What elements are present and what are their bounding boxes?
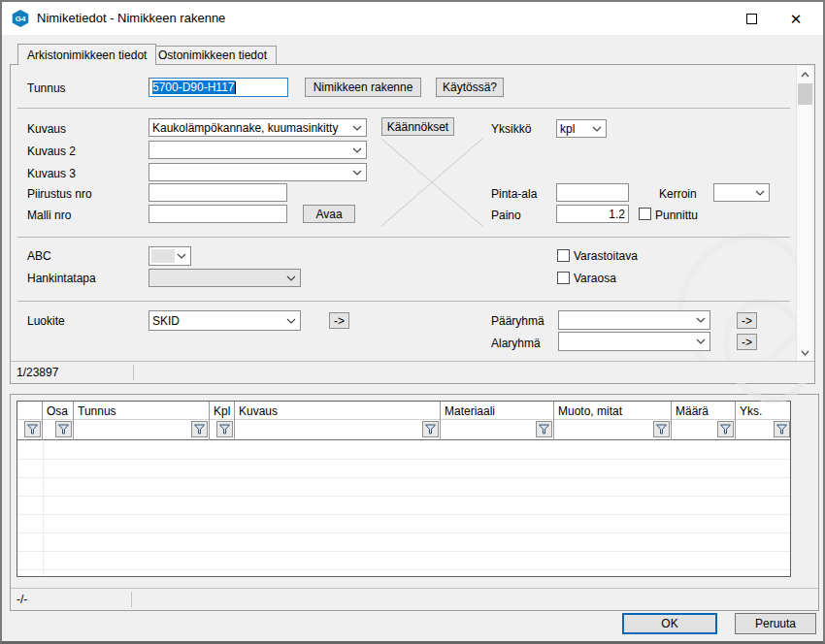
- hankintatapa-combobox[interactable]: [148, 269, 301, 287]
- maximize-icon: [746, 14, 757, 24]
- kuvaus2-label: Kuvaus 2: [27, 145, 76, 158]
- varastoitava-checkbox[interactable]: [557, 249, 570, 262]
- kaannokset-button[interactable]: Käännökset: [381, 117, 454, 136]
- alaryhma-combobox[interactable]: [558, 332, 710, 351]
- column-filter-cell[interactable]: [17, 420, 42, 439]
- column-filter-cell[interactable]: [672, 420, 735, 439]
- kuvaus2-combobox[interactable]: [148, 141, 367, 159]
- malli-nro-input[interactable]: [148, 205, 287, 223]
- filter-funnel-button[interactable]: [717, 421, 734, 437]
- chevron-down-icon: [801, 350, 809, 356]
- chevron-down-icon: [696, 317, 706, 324]
- column-filter-cell[interactable]: [235, 420, 440, 439]
- kuvaus-label: Kuvaus: [27, 122, 66, 136]
- separator: [17, 108, 790, 109]
- scrollbar-thumb[interactable]: [798, 83, 812, 105]
- column-header-label[interactable]: Tunnus: [74, 402, 209, 420]
- filter-funnel-button[interactable]: [653, 421, 670, 437]
- column-header-label[interactable]: Kuvaus: [235, 402, 440, 420]
- nimikkeen-rakenne-button[interactable]: Nimikkeen rakenne: [305, 78, 421, 97]
- hankintatapa-label: Hankintatapa: [27, 272, 96, 285]
- vertical-scrollbar[interactable]: [796, 66, 812, 361]
- alaryhma-arrow-button[interactable]: ->: [737, 334, 757, 350]
- yksikko-label: Yksikkö: [491, 122, 531, 136]
- paino-input[interactable]: 1.2: [556, 205, 629, 223]
- chevron-down-icon: [352, 170, 362, 177]
- abc-combobox[interactable]: [148, 246, 191, 266]
- column-header-label[interactable]: Kpl: [210, 402, 234, 420]
- column-header-label[interactable]: Osa: [43, 402, 73, 420]
- title-bar[interactable]: G4 Nimiketiedot - Nimikkeen rakenne ✕: [2, 2, 823, 35]
- varastoitava-label: Varastoitava: [574, 249, 638, 263]
- filter-funnel-button[interactable]: [24, 421, 41, 437]
- grid-empty-rows[interactable]: [17, 441, 790, 576]
- luokite-combobox[interactable]: SKID: [148, 310, 301, 331]
- tab-arkistonimikkeen-tiedot[interactable]: Arkistonimikkeen tiedot: [17, 44, 156, 65]
- window-title: Nimiketiedot - Nimikkeen rakenne: [37, 11, 225, 25]
- column-header-label[interactable]: Määrä: [672, 402, 735, 420]
- grid-header: OsaTunnusKplKuvausMateriaaliMuoto, mitat…: [17, 402, 790, 440]
- funnel-icon: [58, 424, 69, 435]
- column-header-label[interactable]: Yks.: [736, 402, 791, 420]
- column-filter-cell[interactable]: [74, 420, 209, 439]
- cancel-button[interactable]: Peruuta: [735, 613, 816, 634]
- filter-funnel-button[interactable]: [536, 421, 552, 437]
- funnel-icon: [656, 424, 667, 435]
- yksikko-combobox[interactable]: kpl: [556, 119, 607, 138]
- chevron-down-icon: [352, 147, 362, 154]
- paaryhma-arrow-button[interactable]: ->: [737, 312, 757, 329]
- kerroin-combobox[interactable]: [713, 183, 770, 202]
- kuvaus-combobox[interactable]: Kaukolämpökannake, kuumasinkitty: [148, 118, 367, 137]
- alaryhma-label: Alaryhmä: [491, 337, 541, 350]
- ok-button[interactable]: OK: [622, 613, 717, 634]
- column-filter-cell[interactable]: [441, 420, 553, 439]
- chevron-down-icon: [286, 318, 296, 325]
- close-button[interactable]: ✕: [780, 7, 811, 31]
- grid-column-tunnus: Tunnus: [74, 402, 210, 440]
- paaryhma-label: Pääryhmä: [491, 314, 544, 328]
- column-filter-cell[interactable]: [210, 420, 234, 439]
- tab-label: Ostonimikkeen tiedot: [158, 48, 267, 62]
- luokite-arrow-button[interactable]: ->: [329, 312, 349, 329]
- chevron-up-icon: [801, 72, 809, 78]
- column-header-label[interactable]: [17, 402, 42, 420]
- punnittu-checkbox[interactable]: [639, 208, 651, 220]
- tab-page-arkistonimike: Tunnus 5700-D90-H117 Nimikkeen rakenne K…: [10, 64, 815, 384]
- scroll-down-button[interactable]: [797, 344, 813, 361]
- filter-funnel-button[interactable]: [55, 421, 72, 437]
- tab-ostonimikkeen-tiedot[interactable]: Ostonimikkeen tiedot: [148, 46, 277, 64]
- maximize-button[interactable]: [736, 7, 767, 31]
- funnel-icon: [194, 424, 205, 435]
- pinta-ala-input[interactable]: [556, 183, 629, 202]
- column-filter-cell[interactable]: [554, 420, 671, 439]
- avaa-button[interactable]: Avaa: [303, 205, 355, 223]
- disabled-field: [151, 249, 175, 263]
- column-header-label[interactable]: Muoto, mitat: [554, 402, 671, 420]
- column-header-label[interactable]: Materiaali: [441, 402, 553, 420]
- funnel-icon: [776, 424, 787, 435]
- filter-funnel-button[interactable]: [422, 421, 439, 437]
- piirustus-nro-input[interactable]: [148, 183, 287, 202]
- grid-column-muoto-mitat: Muoto, mitat: [554, 402, 672, 440]
- varaosa-checkbox[interactable]: [557, 272, 570, 284]
- column-filter-cell[interactable]: [736, 420, 791, 439]
- tunnus-input[interactable]: 5700-D90-H117: [148, 78, 288, 97]
- funnel-icon: [425, 424, 436, 435]
- kaytossa-button[interactable]: Käytössä?: [436, 78, 504, 97]
- filter-funnel-button[interactable]: [216, 421, 233, 437]
- combo-value: Kaukolämpökannake, kuumasinkitty: [152, 121, 338, 135]
- chevron-down-icon: [696, 338, 706, 345]
- filter-funnel-button[interactable]: [774, 421, 790, 437]
- paaryhma-combobox[interactable]: [558, 310, 710, 330]
- grid-column-materiaali: Materiaali: [441, 402, 554, 440]
- kerroin-label: Kerroin: [659, 187, 697, 201]
- scroll-up-button[interactable]: [797, 66, 813, 82]
- filter-funnel-button[interactable]: [191, 421, 208, 437]
- kuvaus3-combobox[interactable]: [148, 163, 367, 181]
- funnel-icon: [27, 424, 38, 435]
- combo-value: kpl: [560, 122, 575, 136]
- text-caret: [235, 81, 236, 94]
- column-filter-cell[interactable]: [43, 420, 73, 439]
- grid-column-kuvaus: Kuvaus: [235, 402, 441, 440]
- grid-column-selector: [17, 402, 43, 440]
